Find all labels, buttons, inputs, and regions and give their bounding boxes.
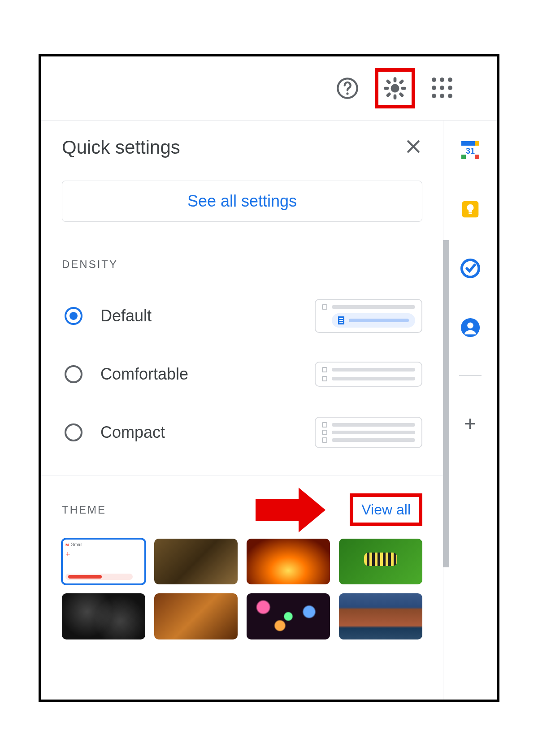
quick-settings-panel: Quick settings See all settings DENSITY … <box>41 121 443 700</box>
theme-thumb-autumn-leaves[interactable] <box>154 593 238 639</box>
theme-thumb-grand-canyon-river[interactable] <box>339 593 422 639</box>
rail-divider <box>459 375 482 376</box>
density-preview-default <box>315 299 422 333</box>
google-apps-button[interactable] <box>429 74 456 102</box>
close-button[interactable] <box>404 138 422 157</box>
help-icon <box>336 77 359 100</box>
svg-point-1 <box>346 92 348 95</box>
quick-settings-title: Quick settings <box>62 137 180 158</box>
side-panel-rail: 31 + <box>443 121 497 700</box>
theme-thumb-bokeh-lights[interactable] <box>247 593 330 639</box>
radio-label-default: Default <box>100 307 152 325</box>
density-option-compact[interactable]: Compact <box>62 403 422 462</box>
radio-compact[interactable] <box>65 423 82 441</box>
tasks-app-button[interactable] <box>459 257 482 280</box>
density-preview-comfortable <box>315 362 422 387</box>
calendar-app-button[interactable]: 31 <box>459 138 482 162</box>
density-option-default[interactable]: Default <box>62 287 422 345</box>
theme-thumb-caterpillar-green[interactable] <box>339 539 422 584</box>
top-toolbar <box>41 56 497 120</box>
theme-grid: MGmail + <box>62 539 422 639</box>
contacts-icon <box>460 317 481 338</box>
theme-thumb-dark-spheres[interactable] <box>62 593 145 639</box>
density-preview-compact <box>315 417 422 448</box>
see-all-settings-label: See all settings <box>187 192 297 211</box>
theme-section: THEME View all MGmail + <box>41 475 443 653</box>
theme-view-all-link[interactable]: View all <box>361 501 411 518</box>
plus-icon: + <box>464 411 476 436</box>
apps-grid-icon <box>432 78 453 99</box>
density-section: DENSITY Default Comfortable <box>41 240 443 475</box>
tasks-icon <box>460 258 481 279</box>
theme-section-label: THEME <box>62 504 106 516</box>
radio-label-compact: Compact <box>100 423 165 442</box>
calendar-icon: 31 <box>460 139 481 161</box>
svg-rect-6 <box>469 213 472 214</box>
help-button[interactable] <box>334 74 361 102</box>
keep-icon <box>460 199 480 219</box>
svg-point-2 <box>392 85 398 91</box>
density-section-label: DENSITY <box>62 258 422 271</box>
settings-button-highlight <box>375 68 415 108</box>
contacts-app-button[interactable] <box>459 316 482 339</box>
radio-label-comfortable: Comfortable <box>100 365 188 384</box>
svg-text:31: 31 <box>465 147 474 156</box>
view-all-highlight: View all <box>350 493 422 526</box>
gear-icon <box>383 76 407 100</box>
theme-thumb-gmail-default[interactable]: MGmail + <box>62 539 145 584</box>
scrollbar-thumb[interactable] <box>443 240 449 567</box>
add-app-button[interactable]: + <box>459 412 482 435</box>
close-icon <box>404 138 422 156</box>
radio-default[interactable] <box>65 307 82 325</box>
keep-app-button[interactable] <box>459 198 482 221</box>
radio-comfortable[interactable] <box>65 365 82 383</box>
see-all-settings-button[interactable]: See all settings <box>62 181 422 222</box>
density-option-comfortable[interactable]: Comfortable <box>62 345 422 403</box>
svg-point-9 <box>467 323 473 328</box>
settings-button[interactable] <box>381 74 409 102</box>
theme-thumb-canyon-orange[interactable] <box>247 539 330 584</box>
app-window: Quick settings See all settings DENSITY … <box>39 54 499 702</box>
theme-thumb-chess[interactable] <box>154 539 238 584</box>
